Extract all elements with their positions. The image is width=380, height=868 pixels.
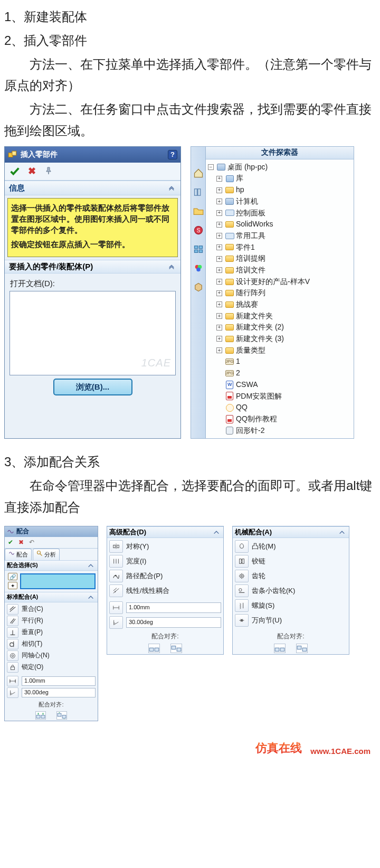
expand-icon[interactable]: + — [216, 301, 222, 307]
mate-option-path[interactable]: 路径配合(P) — [107, 569, 223, 583]
tree-item[interactable]: JPG1 — [207, 356, 353, 367]
align-anti-icon[interactable] — [170, 644, 182, 653]
tree-item[interactable]: QQ制作教程 — [207, 413, 353, 425]
expand-icon[interactable]: + — [216, 267, 222, 273]
tree-root[interactable]: − 桌面 (hp-pc) — [207, 162, 353, 173]
expand-icon[interactable]: + — [216, 313, 222, 319]
distance-option[interactable]: 1.00mm — [5, 675, 98, 687]
tab-analysis[interactable]: 分析 — [33, 549, 60, 560]
tree-item[interactable]: +hp — [207, 184, 353, 196]
globe-icon[interactable]: S — [193, 225, 204, 235]
tree-item[interactable]: +新建文件夹 (3) — [207, 333, 353, 345]
tree-item[interactable]: +控制面板 — [207, 207, 353, 219]
tree-item[interactable]: +培训文件 — [207, 265, 353, 276]
ok-button[interactable]: ✔ — [7, 539, 14, 546]
distance-option[interactable]: 1.00mm — [107, 600, 223, 615]
cancel-button[interactable]: ✖ — [26, 165, 37, 177]
angle-option[interactable]: 30.00deg — [5, 687, 98, 699]
tree-item[interactable]: +新建文件夹 (2) — [207, 322, 353, 333]
mate-option-coincident[interactable]: 重合(C) — [5, 603, 98, 615]
mate-option-tangent[interactable]: 相切(T) — [5, 638, 98, 650]
selection-header[interactable]: 要插入的零件/装配体(P) — [5, 260, 180, 273]
mate-option-screw[interactable]: 螺旋(S) — [233, 598, 349, 613]
mate-selection-input[interactable] — [20, 573, 96, 589]
tree-item[interactable]: +常用工具 — [207, 230, 353, 242]
home-icon[interactable] — [193, 168, 204, 178]
expand-icon[interactable]: + — [216, 210, 222, 216]
library-icon[interactable] — [193, 187, 204, 197]
expand-icon[interactable]: + — [216, 325, 222, 331]
mate-option-parallel[interactable]: 平行(R) — [5, 615, 98, 627]
tree-item[interactable]: +库 — [207, 173, 353, 184]
mate-selection-header[interactable]: 配合选择(S) — [5, 560, 98, 571]
tree-item[interactable]: +零件1 — [207, 242, 353, 253]
tree-item[interactable]: +随行阵列 — [207, 287, 353, 299]
tree-item[interactable]: +设计更好的产品-样本V — [207, 276, 353, 288]
expand-icon[interactable]: + — [216, 347, 222, 353]
distance-input[interactable]: 1.00mm — [126, 602, 221, 613]
standard-mates-header[interactable]: 标准配合(A) — [5, 592, 98, 602]
tree-item[interactable]: +SolidWorks — [207, 219, 353, 230]
cancel-button[interactable]: ✖ — [17, 539, 25, 546]
expand-icon[interactable]: + — [216, 176, 222, 182]
tree-item[interactable]: +挑战赛 — [207, 299, 353, 310]
folder-tab-icon[interactable] — [193, 206, 204, 216]
document-listbox[interactable]: 1CAE — [10, 291, 176, 375]
expand-icon[interactable]: + — [216, 187, 222, 193]
align-same-icon[interactable] — [274, 644, 286, 653]
tree-item[interactable]: +计算机 — [207, 196, 353, 207]
align-same-icon[interactable] — [148, 644, 160, 653]
selection-icon-2[interactable]: ✦ — [8, 582, 17, 589]
expand-icon[interactable]: + — [216, 290, 222, 296]
mate-option-universal[interactable]: 万向节(U) — [233, 613, 349, 628]
advanced-mates-header[interactable]: 高级配合(D) — [107, 526, 223, 538]
tree-item[interactable]: +新建文件夹 — [207, 310, 353, 322]
cube-icon[interactable] — [193, 282, 204, 293]
angle-option[interactable]: 30.00deg — [107, 615, 223, 630]
align-same-icon[interactable] — [35, 711, 46, 720]
expand-icon[interactable]: + — [216, 279, 222, 285]
colors-icon[interactable] — [193, 263, 204, 273]
align-anti-icon[interactable] — [56, 711, 67, 720]
pin-button[interactable] — [43, 165, 54, 177]
expand-icon[interactable]: + — [216, 199, 222, 204]
footer-brand: 仿真在线 — [255, 738, 302, 758]
mate-option-cam[interactable]: 凸轮(M) — [233, 539, 349, 554]
mate-option-hinge[interactable]: 铰链 — [233, 554, 349, 569]
collapse-icon[interactable]: − — [208, 164, 214, 170]
tree-item[interactable]: QQ — [207, 402, 353, 413]
mate-option-width[interactable]: 宽度(I) — [107, 554, 223, 569]
view-icon[interactable] — [193, 244, 204, 254]
tree-item[interactable]: 回形针-2 — [207, 425, 353, 437]
tree-item[interactable]: +培训提纲 — [207, 253, 353, 265]
help-button[interactable]: ? — [168, 150, 177, 159]
tree-item[interactable]: PDM安装图解 — [207, 391, 353, 402]
expand-icon[interactable]: + — [216, 233, 222, 239]
tree-item[interactable]: CSWA — [207, 379, 353, 391]
mate-option-rack[interactable]: 齿条小齿轮(K) — [233, 583, 349, 598]
mate-option-gear[interactable]: 齿轮 — [233, 569, 349, 583]
expand-icon[interactable]: + — [216, 336, 222, 342]
align-anti-icon[interactable] — [296, 644, 308, 653]
svg-rect-8 — [199, 246, 202, 249]
angle-input[interactable]: 30.00deg — [22, 688, 96, 697]
expand-icon[interactable]: + — [216, 256, 222, 262]
expand-icon[interactable]: + — [216, 244, 222, 250]
ok-button[interactable] — [9, 165, 21, 177]
selection-icon-1[interactable]: 🔗 — [8, 573, 17, 580]
mate-option-concentric[interactable]: 同轴心(N) — [5, 650, 98, 662]
angle-input[interactable]: 30.00deg — [126, 617, 221, 628]
mate-option-linear[interactable]: 线性/线性耦合 — [107, 583, 223, 598]
mate-option-lock[interactable]: 锁定(O) — [5, 662, 98, 673]
tab-mates[interactable]: 配合 — [5, 549, 32, 560]
distance-input[interactable]: 1.00mm — [22, 676, 96, 686]
tree-item[interactable]: +质量类型 — [207, 345, 353, 356]
undo-button[interactable]: ↶ — [28, 539, 35, 546]
expand-icon[interactable]: + — [216, 222, 222, 228]
tree-item[interactable]: JPG2 — [207, 367, 353, 379]
browse-button[interactable]: 浏览(B)... — [53, 379, 132, 395]
mate-option-symmetric[interactable]: 对称(Y) — [107, 539, 223, 554]
mechanical-mates-header[interactable]: 机械配合(A) — [233, 526, 349, 538]
mate-option-perpendicular[interactable]: 垂直(P) — [5, 627, 98, 638]
info-header[interactable]: 信息 — [5, 181, 180, 195]
